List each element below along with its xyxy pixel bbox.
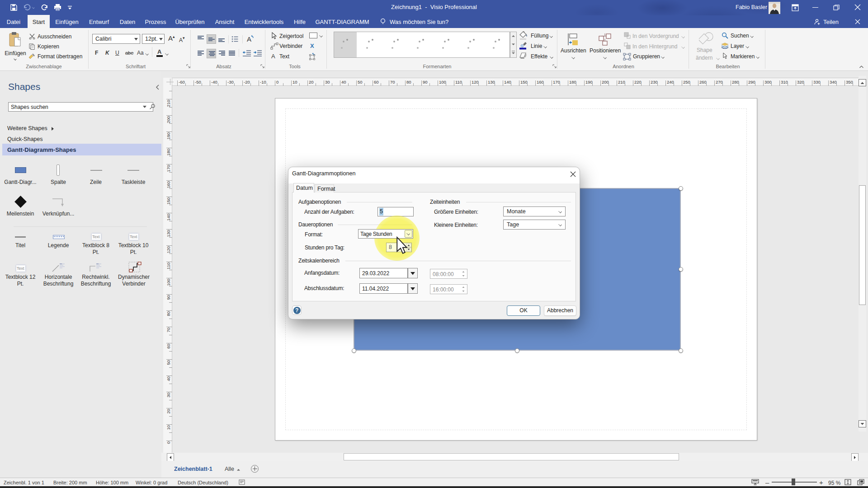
svg-text:A: A <box>247 35 251 43</box>
